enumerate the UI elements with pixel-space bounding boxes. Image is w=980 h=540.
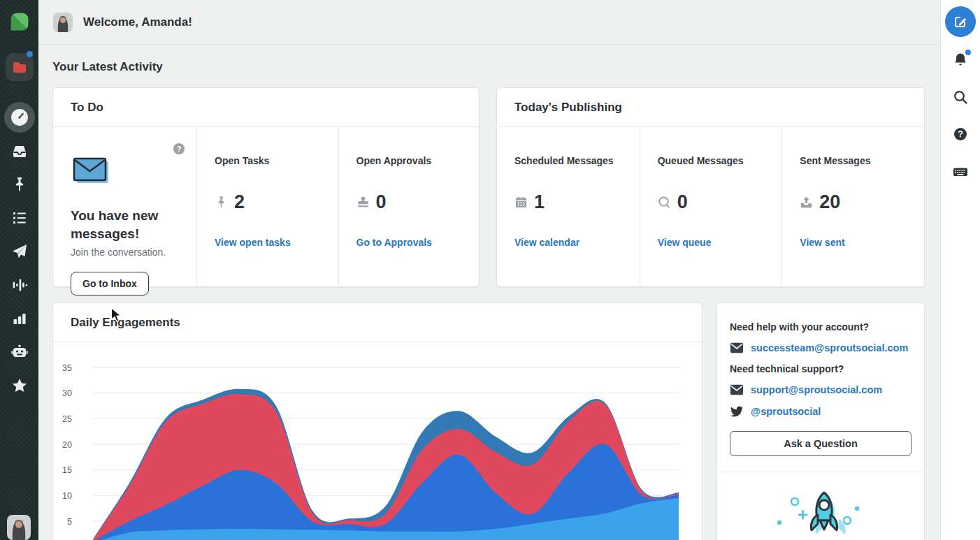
- chart-title: Daily Engagements: [53, 303, 702, 342]
- waveform-icon: [11, 277, 28, 293]
- help-tooltip-icon[interactable]: ?: [173, 143, 185, 158]
- twitter-icon: [730, 405, 744, 418]
- pin-icon: [11, 176, 28, 193]
- account-help-heading: Need help with your account?: [730, 321, 911, 333]
- go-to-inbox-button[interactable]: Go to Inbox: [71, 272, 149, 295]
- compose-button[interactable]: [945, 6, 976, 37]
- avatar-photo: [7, 515, 31, 540]
- svg-text:15: 15: [62, 465, 72, 475]
- sidebar-item-listening[interactable]: [0, 268, 38, 302]
- keyboard-shortcuts-button[interactable]: [945, 156, 976, 187]
- section-title: Your Latest Activity: [52, 60, 163, 74]
- user-avatar[interactable]: [7, 515, 31, 540]
- sent-tray-icon: [800, 196, 813, 209]
- search-button[interactable]: [945, 82, 976, 112]
- stat-label: Queued Messages: [658, 155, 768, 166]
- publishing-card: Today's Publishing Scheduled Messages: [496, 87, 925, 287]
- view-sent-link[interactable]: View sent: [800, 237, 844, 248]
- queue-icon: [658, 196, 671, 209]
- new-messages-subtext: Join the conversation.: [71, 247, 182, 258]
- sprout-logo[interactable]: [0, 5, 38, 38]
- twitter-handle-link[interactable]: @sproutsocial: [751, 406, 821, 417]
- list-icon: [11, 210, 28, 226]
- notifications-button[interactable]: [945, 44, 976, 75]
- sidebar-item-publishing[interactable]: [0, 235, 38, 268]
- envelope-illustration: [71, 155, 111, 187]
- welcome-message: Welcome, Amanda!: [83, 15, 192, 29]
- svg-text:35: 35: [62, 363, 72, 373]
- sent-messages-stat: Sent Messages 20 View sent: [781, 127, 924, 287]
- rocket-illustration: [768, 483, 873, 540]
- calendar-icon: [514, 196, 528, 209]
- technical-support-heading: Need technical support?: [730, 363, 911, 374]
- stat-label: Scheduled Messages: [514, 155, 626, 166]
- folder-tile: [6, 53, 34, 81]
- view-open-tasks-link[interactable]: View open tasks: [215, 237, 291, 248]
- svg-text:20: 20: [62, 440, 72, 450]
- todo-card: To Do ? You have new messages! Join the …: [52, 87, 480, 287]
- stacked-area-chart: 5101520253035: [53, 343, 702, 540]
- sidebar-item-automation[interactable]: [0, 335, 38, 369]
- star-icon: [11, 377, 28, 394]
- view-queue-link[interactable]: View queue: [658, 237, 712, 248]
- svg-text:?: ?: [958, 129, 963, 139]
- queued-messages-stat: Queued Messages 0 View queue: [640, 127, 782, 287]
- right-utility-rail: ?: [940, 0, 980, 540]
- bar-chart-icon: [11, 310, 28, 327]
- sidebar-item-folder[interactable]: [0, 50, 38, 84]
- daily-engagements-card: Daily Engagements 5101520253035: [52, 302, 702, 540]
- new-messages-heading: You have new messages!: [71, 207, 189, 243]
- todo-card-title: To Do: [53, 88, 479, 127]
- envelope-icon: [730, 342, 744, 354]
- left-navigation-rail: [0, 0, 38, 540]
- stamp-icon: [356, 196, 370, 209]
- sidebar-item-feeds[interactable]: [0, 201, 38, 235]
- svg-text:25: 25: [62, 414, 72, 424]
- publishing-card-title: Today's Publishing: [497, 88, 924, 127]
- go-to-approvals-link[interactable]: Go to Approvals: [356, 237, 432, 248]
- avatar-photo: [53, 13, 73, 32]
- robot-icon: [10, 343, 29, 361]
- stat-label: Open Tasks: [215, 155, 324, 166]
- stat-label: Open Approvals: [356, 155, 466, 166]
- pin-icon: [215, 196, 228, 209]
- envelope-icon: [730, 384, 744, 396]
- help-button[interactable]: ?: [945, 119, 976, 149]
- new-messages-panel: ? You have new messages! Join the conver…: [53, 127, 196, 287]
- folder-icon: [11, 59, 28, 75]
- sprout-leaf-icon: [7, 9, 32, 34]
- dashboard-gauge-icon: [10, 108, 29, 126]
- publishing-card-body: Scheduled Messages 1 View calendar: [497, 127, 924, 287]
- stat-value: 20: [819, 193, 840, 212]
- keyboard-icon: [952, 163, 969, 180]
- scheduled-messages-stat: Scheduled Messages 1 View calendar: [497, 127, 640, 287]
- main-content: Welcome, Amanda! Your Latest Activity To…: [38, 0, 940, 540]
- welcome-header: Welcome, Amanda!: [38, 0, 940, 45]
- sidebar-item-tasks[interactable]: [0, 168, 38, 201]
- sidebar-item-reports[interactable]: [0, 302, 38, 335]
- sprout-dashboard: { "header": { "welcome": "Welcome, Amand…: [0, 0, 980, 540]
- svg-text:?: ?: [177, 145, 182, 153]
- inbox-icon: [10, 142, 29, 160]
- search-icon: [952, 89, 969, 105]
- view-calendar-link[interactable]: View calendar: [514, 237, 579, 248]
- sidebar-item-reviews[interactable]: [0, 369, 38, 402]
- header-avatar[interactable]: [53, 13, 73, 32]
- stat-value: 1: [534, 193, 545, 212]
- success-team-email-link[interactable]: successteam@sproutsocial.com: [751, 342, 908, 353]
- sidebar-item-dashboard[interactable]: [0, 101, 38, 134]
- sidebar-item-inbox[interactable]: [0, 134, 38, 168]
- notification-dot: [965, 50, 971, 55]
- open-approvals-stat: Open Approvals 0 Go to Approvals: [338, 127, 480, 287]
- support-email-link[interactable]: support@sproutsocial.com: [751, 384, 882, 395]
- stat-value: 0: [376, 193, 387, 212]
- notification-dot: [27, 51, 33, 57]
- svg-text:30: 30: [62, 388, 72, 398]
- paper-plane-icon: [10, 242, 29, 261]
- stat-label: Sent Messages: [800, 155, 910, 166]
- svg-text:5: 5: [67, 517, 72, 527]
- help-card: Need help with your account? successteam…: [716, 302, 925, 540]
- ask-a-question-button[interactable]: Ask a Question: [730, 431, 911, 456]
- active-item-highlight: [4, 102, 35, 133]
- open-tasks-stat: Open Tasks 2 View open tasks: [196, 127, 338, 287]
